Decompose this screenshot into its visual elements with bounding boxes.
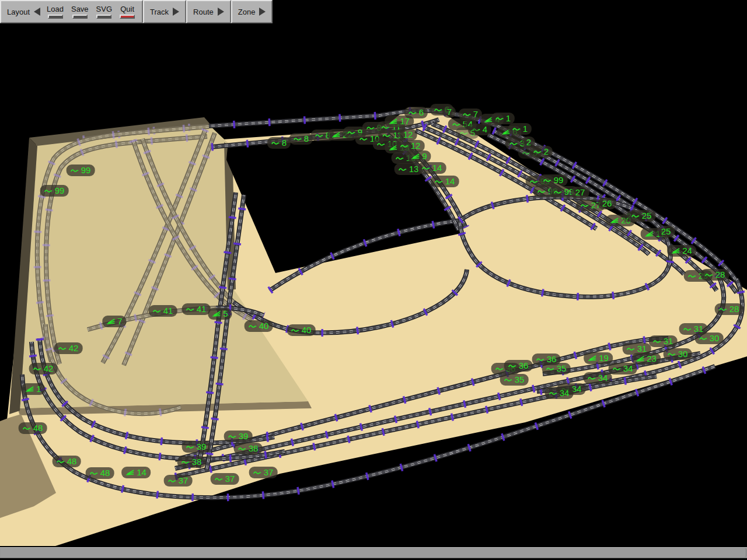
block-label[interactable]: 28 (715, 303, 743, 315)
label-number: 48 (67, 456, 77, 467)
wave-icon (509, 141, 518, 146)
track-menu-label: Track (150, 8, 169, 16)
block-label[interactable]: 14 (431, 176, 459, 187)
block-label[interactable]: 6 (404, 107, 428, 118)
toolbar-group-file: Layout Load Save SVG Quit (0, 0, 143, 23)
wave-icon (530, 179, 539, 184)
block-label[interactable]: 48 (53, 456, 81, 467)
label-number: 48 (33, 423, 43, 433)
label-number: 42 (44, 363, 54, 374)
switch-icon (645, 231, 654, 237)
block-label[interactable]: 34 (545, 387, 574, 399)
label-number: 23 (647, 354, 657, 364)
switch-icon (588, 355, 597, 362)
label-number: 39 (239, 431, 249, 442)
wave-icon (554, 190, 563, 195)
wave-icon (705, 272, 714, 278)
block-label[interactable]: 8 (289, 133, 313, 145)
label-number: 41 (163, 306, 173, 316)
switch-label[interactable]: 7 (102, 316, 126, 327)
block-label[interactable]: 14 (418, 162, 446, 174)
block-label[interactable]: 40 (287, 324, 316, 336)
block-label[interactable]: 99 (40, 185, 69, 197)
block-label[interactable]: 25 (657, 226, 675, 237)
wave-icon (90, 471, 99, 476)
block-label[interactable]: 37 (211, 473, 239, 485)
block-label[interactable]: 40 (245, 320, 273, 332)
switch-label[interactable]: 14 (121, 467, 151, 478)
block-label[interactable]: 99 (67, 164, 95, 176)
block-label[interactable]: 28 (701, 269, 729, 281)
layout-menu-button[interactable]: Layout (7, 8, 40, 16)
block-label[interactable]: 39 (182, 441, 211, 453)
label-number: 99 (554, 175, 564, 186)
wave-icon (359, 136, 368, 142)
block-label[interactable]: 1 (491, 113, 515, 124)
block-label[interactable]: 35 (500, 374, 529, 386)
label-number: 30 (710, 333, 720, 344)
label-number: 9 (422, 151, 427, 162)
block-label[interactable]: 1 (508, 123, 532, 135)
quit-button[interactable]: Quit (118, 4, 136, 19)
switch-label[interactable]: 9 (407, 150, 431, 162)
block-label[interactable]: 27 (571, 187, 589, 198)
scrollbar-thumb[interactable] (1, 548, 746, 557)
label-number: 2 (544, 146, 549, 157)
block-label[interactable]: 2 (529, 146, 553, 158)
block-label[interactable]: 48 (19, 422, 47, 434)
block-label[interactable]: 25 (627, 210, 656, 222)
block-label[interactable]: 99 (539, 174, 568, 186)
save-button[interactable]: Save (70, 4, 90, 19)
layout-canvas[interactable]: 8882299111010111217667741544561323213121… (0, 0, 747, 560)
switch-label[interactable]: 24 (667, 245, 696, 257)
block-label[interactable]: 37 (249, 467, 278, 478)
block-label[interactable]: 12 (396, 140, 425, 152)
block-label[interactable]: 36 (504, 360, 533, 372)
track-menu-button[interactable]: Track (150, 8, 179, 16)
block-label[interactable]: 8 (267, 137, 291, 149)
wave-icon (435, 179, 444, 184)
block-label[interactable]: 35 (542, 363, 571, 374)
block-label[interactable]: 38 (177, 456, 206, 468)
horizontal-scrollbar[interactable] (0, 547, 747, 558)
zone-menu-button[interactable]: Zone (238, 8, 266, 16)
block-label[interactable]: 41 (149, 305, 177, 317)
block-label[interactable]: 26 (598, 198, 616, 209)
block-label[interactable]: 37 (164, 475, 193, 487)
wave-icon (588, 376, 596, 381)
block-label[interactable]: 41 (182, 303, 211, 315)
wave-icon (460, 131, 469, 136)
wave-icon (581, 203, 589, 208)
block-label[interactable]: 30 (695, 332, 724, 344)
wave-icon (463, 112, 472, 117)
switch-label[interactable]: 5 (208, 308, 232, 320)
block-label[interactable]: 7 (443, 106, 456, 118)
label-number: 34 (598, 373, 608, 383)
switch-label[interactable]: 19 (584, 352, 613, 364)
wave-icon (228, 434, 237, 439)
wave-icon (495, 366, 504, 372)
block-label[interactable]: 38 (234, 443, 263, 454)
block-label[interactable]: 12 (399, 129, 417, 141)
block-label[interactable]: 31 (649, 335, 678, 347)
svg-button[interactable]: SVG (95, 4, 113, 19)
wave-icon (238, 446, 247, 452)
block-label[interactable]: 39 (224, 430, 253, 442)
switch-label[interactable]: 23 (631, 353, 661, 365)
block-label[interactable]: 30 (664, 348, 692, 360)
route-menu-button[interactable]: Route (193, 8, 224, 16)
block-label[interactable]: 42 (54, 342, 83, 354)
switch-label[interactable]: 1 (21, 383, 45, 395)
load-button[interactable]: Load (46, 4, 65, 19)
block-label[interactable]: 34 (609, 363, 637, 374)
block-label[interactable]: 34 (584, 372, 612, 384)
label-number: 26 (602, 198, 612, 209)
wave-icon (508, 363, 517, 369)
label-number: 1 (523, 124, 528, 134)
block-label[interactable]: 5 (456, 127, 479, 139)
label-number: 30 (678, 349, 688, 359)
block-label[interactable]: 48 (86, 467, 114, 479)
wave-icon (347, 130, 356, 135)
wave-icon (366, 125, 375, 131)
block-label[interactable]: 42 (29, 363, 58, 374)
